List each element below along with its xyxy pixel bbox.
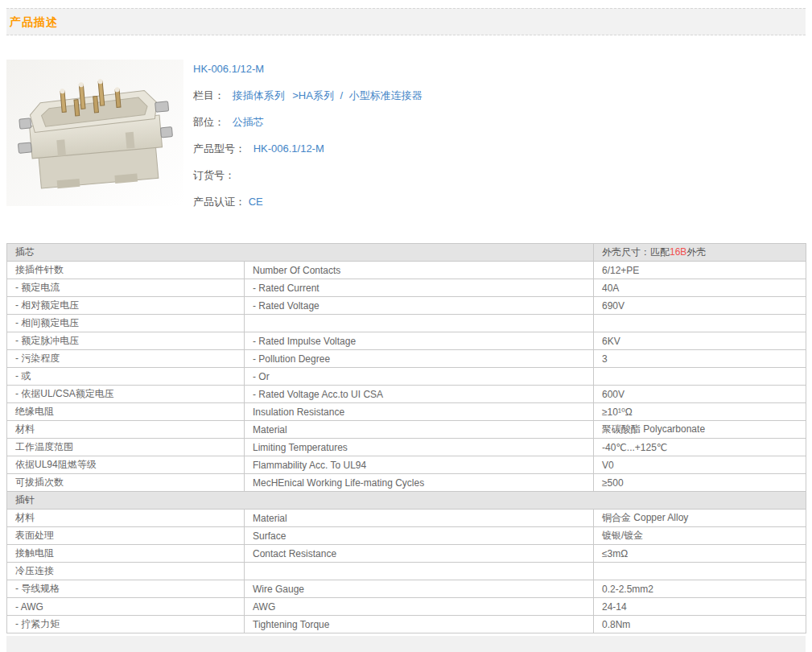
spec-row: - AWGAWG24-14 — [7, 598, 806, 616]
spec-cell-en: Wire Gauge — [245, 580, 594, 598]
section-title-bar: 产品描述 — [6, 8, 806, 35]
spec-table-body: 插芯外壳尺寸：匹配16B外壳接插件针数Number Of Contacts6/1… — [7, 244, 806, 633]
spec-row: - 导线规格Wire Gauge0.2-2.5mm2 — [7, 580, 806, 598]
model-link[interactable]: HK-006.1/12-M — [253, 142, 324, 155]
spec-cell-value: ≥500 — [594, 474, 806, 492]
spec-row: - 依据UL/CSA额定电压- Rated Voltage Acc.to UI … — [7, 386, 806, 403]
product-order-line: 订货号： — [193, 167, 422, 184]
spec-cell-cn: - 拧紧力矩 — [7, 616, 245, 633]
spec-cell-en: Insulation Resistance — [245, 403, 594, 421]
spec-cell-en — [245, 315, 594, 332]
spec-cell-value: 0.2-2.5mm2 — [594, 580, 806, 598]
model-label: 产品型号： — [193, 142, 245, 155]
spec-cell-value: 0.8Nm — [594, 616, 806, 633]
spec-cell-value: 镀银/镀金 — [594, 527, 806, 545]
spec-cell-cn: - 相对额定电压 — [7, 297, 245, 315]
spec-row: - 或- Or — [7, 368, 806, 386]
category-link-mini[interactable]: 小型标准连接器 — [349, 89, 422, 101]
spec-cell-en: - Rated Current — [245, 279, 594, 297]
product-title-line: HK-006.1/12-M — [193, 61, 422, 77]
cert-link[interactable]: CE — [249, 196, 263, 208]
category-separator: / — [340, 89, 344, 101]
spec-cell-value — [594, 315, 806, 332]
spec-cell-cn: 工作温度范围 — [7, 439, 245, 456]
category-link-ha[interactable]: >HA系列 — [292, 89, 334, 101]
product-cert-line: 产品认证： CE — [193, 194, 422, 210]
spec-cell-en: - Rated Impulse Voltage — [245, 332, 594, 350]
spec-cell-cn: 绝缘电阻 — [7, 403, 245, 421]
section-title: 插芯 — [7, 244, 594, 262]
spec-cell-cn: 接插件针数 — [7, 262, 245, 279]
page-title: 产品描述 — [10, 15, 58, 28]
spec-row: 绝缘电阻Insulation Resistance≥10¹⁰Ω — [7, 403, 806, 421]
spec-cell-value: 24-14 — [594, 598, 806, 616]
spec-cell-cn: 依据UL94阻燃等级 — [7, 456, 245, 474]
page: 产品描述 — [0, 8, 812, 652]
category-label: 栏目： — [193, 89, 225, 101]
cert-label: 产品认证： — [193, 196, 245, 208]
spec-cell-cn: - 或 — [7, 368, 245, 386]
spec-cell-value: 600V — [594, 386, 806, 403]
spec-cell-cn: - 依据UL/CSA额定电压 — [7, 386, 245, 403]
spec-row: 接触电阻Contact Resistance≤3mΩ — [7, 545, 806, 563]
spec-cell-en: - Pollution Degree — [245, 350, 594, 368]
spec-cell-value: 6/12+PE — [594, 262, 806, 279]
spec-cell-en: Material — [245, 421, 594, 439]
category-link-series[interactable]: 接插体系列 — [233, 89, 285, 101]
spec-cell-en: - Or — [245, 368, 594, 386]
product-image — [6, 60, 183, 206]
spec-cell-en: Flammability Acc. To UL94 — [245, 456, 594, 474]
product-info: HK-006.1/12-M 栏目： 接插体系列 >HA系列 / 小型标准连接器 … — [193, 60, 422, 221]
order-label: 订货号： — [193, 169, 235, 181]
spec-row: 材料Material铜合金 Copper Alloy — [7, 510, 806, 527]
section-title: 插针 — [7, 492, 806, 510]
spec-cell-en: MecHEnical Working Life-mating Cycles — [245, 474, 594, 492]
spec-cell-en: Contact Resistance — [245, 545, 594, 563]
spec-cell-value: -40℃...+125℃ — [594, 439, 806, 456]
spec-cell-cn: 表面处理 — [7, 527, 245, 545]
spec-cell-cn: 接触电阻 — [7, 545, 245, 563]
product-title-link[interactable]: HK-006.1/12-M — [193, 63, 264, 75]
spec-cell-en: Surface — [245, 527, 594, 545]
spec-cell-en: - Rated Voltage — [245, 297, 594, 315]
spec-cell-cn: - 额定脉冲电压 — [7, 332, 245, 350]
section-header-row: 插针 — [7, 492, 806, 510]
spec-cell-value: ≤3mΩ — [594, 545, 806, 563]
spec-row: - 污染程度- Pollution Degree3 — [7, 350, 806, 368]
spec-cell-cn: - AWG — [7, 598, 245, 616]
spec-row: 工作温度范围Limiting Temperatures-40℃...+125℃ — [7, 439, 806, 456]
product-model-line: 产品型号： HK-006.1/12-M — [193, 141, 422, 157]
spec-cell-value: 聚碳酸酯 Polycarbonate — [594, 421, 806, 439]
product-part-line: 部位： 公插芯 — [193, 114, 422, 130]
part-link[interactable]: 公插芯 — [233, 116, 264, 128]
spec-row: 依据UL94阻燃等级Flammability Acc. To UL94V0 — [7, 456, 806, 474]
spec-row: 材料Material聚碳酸酯 Polycarbonate — [7, 421, 806, 439]
spec-cell-value: 6KV — [594, 332, 806, 350]
spec-cell-en: - Rated Voltage Acc.to UI CSA — [245, 386, 594, 403]
spec-cell-value: 690V — [594, 297, 806, 315]
spec-row: - 相对额定电压- Rated Voltage690V — [7, 297, 806, 315]
section-shell-size-note: 外壳尺寸：匹配16B外壳 — [594, 244, 806, 262]
spec-cell-cn: - 导线规格 — [7, 580, 245, 598]
part-label: 部位： — [193, 116, 225, 128]
spec-cell-cn: - 额定电流 — [7, 279, 245, 297]
spec-cell-value: 40A — [594, 279, 806, 297]
spec-table: 插芯外壳尺寸：匹配16B外壳接插件针数Number Of Contacts6/1… — [6, 243, 806, 633]
spec-cell-cn: 可拔插次数 — [7, 474, 245, 492]
spec-cell-value: ≥10¹⁰Ω — [594, 403, 806, 421]
spec-cell-cn: 材料 — [7, 510, 245, 527]
spec-cell-value: 3 — [594, 350, 806, 368]
spec-row: 表面处理Surface镀银/镀金 — [7, 527, 806, 545]
spec-cell-en: AWG — [245, 598, 594, 616]
spec-cell-cn: 材料 — [7, 421, 245, 439]
spec-cell-en — [245, 563, 594, 580]
spec-cell-value: V0 — [594, 456, 806, 474]
product-category-line: 栏目： 接插体系列 >HA系列 / 小型标准连接器 — [193, 88, 422, 104]
bottom-section-bar — [6, 636, 806, 652]
spec-row: - 相间额定电压 — [7, 315, 806, 332]
connector-photo-illustration — [6, 60, 183, 206]
spec-cell-cn: - 相间额定电压 — [7, 315, 245, 332]
section-header-row: 插芯外壳尺寸：匹配16B外壳 — [7, 244, 806, 262]
product-section: HK-006.1/12-M 栏目： 接插体系列 >HA系列 / 小型标准连接器 … — [6, 60, 806, 221]
spec-row: - 额定电流- Rated Current40A — [7, 279, 806, 297]
